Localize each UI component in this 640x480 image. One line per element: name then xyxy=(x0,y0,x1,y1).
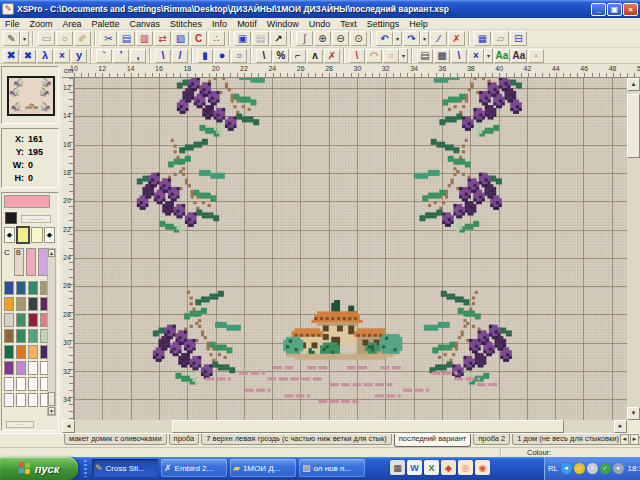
half-stitch-tool-icon[interactable]: λ xyxy=(37,49,53,63)
zoom-in-tool-icon[interactable]: ⊕ xyxy=(314,31,331,46)
menu-item-file[interactable]: File xyxy=(0,19,25,29)
scroll-up-icon[interactable]: ▲ xyxy=(627,78,640,91)
shape-dropdown[interactable]: ▾ xyxy=(399,48,408,63)
menu-item-palette[interactable]: Palette xyxy=(87,19,125,29)
motif-dropdown[interactable]: ▾ xyxy=(484,48,493,63)
menu-item-motif[interactable]: Motif xyxy=(232,19,262,29)
menu-item-canvas[interactable]: Canvas xyxy=(125,19,166,29)
load-design-tool-icon[interactable]: ⊟ xyxy=(510,31,527,46)
start-button[interactable]: пуск xyxy=(0,457,78,480)
task-cross-stitch[interactable]: ✎Cross Sti... xyxy=(92,459,158,477)
palette-swatch[interactable] xyxy=(16,377,26,391)
text-color-tool-icon[interactable]: Aa xyxy=(494,49,510,63)
motif-browse-tool-icon[interactable]: ▤ xyxy=(417,49,433,63)
palette-swatch[interactable] xyxy=(28,313,38,327)
delete-tool-icon[interactable]: ✗ xyxy=(448,31,465,46)
palette-swatch[interactable] xyxy=(16,297,26,311)
vertical-stitch-tool-icon[interactable]: ▮ xyxy=(197,49,213,63)
palette-scroll-up-icon[interactable]: ▲ xyxy=(48,249,55,257)
menu-item-area[interactable]: Area xyxy=(58,19,87,29)
sheet-tab[interactable]: 7 верхн левая гроздь (с частью ниж ветки… xyxy=(201,434,392,445)
palette-swatch[interactable] xyxy=(28,297,38,311)
menu-item-info[interactable]: Info xyxy=(207,19,232,29)
redo-button-icon[interactable]: ↷ xyxy=(403,31,420,46)
text-tool-icon[interactable]: Aa xyxy=(511,49,527,63)
backstitch-half-tool-icon[interactable]: % xyxy=(273,49,289,63)
sheet-tab[interactable]: проба 2 xyxy=(473,434,510,445)
sheet-tab[interactable]: 1 дом (не весь для стыковки) xyxy=(512,434,624,445)
motif-line-tool-icon[interactable]: \ xyxy=(451,49,467,63)
stitch-style-right-icon[interactable]: ◆ xyxy=(44,227,55,243)
menu-item-zoom[interactable]: Zoom xyxy=(25,19,58,29)
ellipse-tool-icon[interactable]: ○ xyxy=(383,49,399,63)
palette-swatch[interactable] xyxy=(16,281,26,295)
antivirus-icon[interactable]: ✓ xyxy=(600,463,611,474)
edit-pencil-tool-icon[interactable]: ✐ xyxy=(74,31,91,46)
lasso-select-tool-icon[interactable]: ○ xyxy=(56,31,73,46)
menu-item-text[interactable]: Text xyxy=(335,19,362,29)
active-color-primary[interactable] xyxy=(16,226,30,244)
export-image-tool-icon[interactable]: ▣ xyxy=(234,31,251,46)
quarter-mark-1-tool-icon[interactable]: ` xyxy=(96,49,112,63)
minimize-button[interactable]: _ xyxy=(591,3,606,16)
menu-item-stitches[interactable]: Stitches xyxy=(165,19,207,29)
language-indicator[interactable]: RL xyxy=(548,464,558,473)
palette-swatch[interactable] xyxy=(28,281,38,295)
line-tool-icon[interactable]: \ xyxy=(349,49,365,63)
select-region-tool-icon[interactable]: ▫ xyxy=(528,49,544,63)
palette-swatch[interactable] xyxy=(28,361,38,375)
petite-stitch-tool-icon[interactable]: y xyxy=(71,49,87,63)
sheet-tab-active[interactable]: последний вариант xyxy=(394,434,472,447)
volume-icon[interactable]: ● xyxy=(613,463,624,474)
sheet-tab[interactable]: проба xyxy=(169,434,200,445)
palette-swatch[interactable] xyxy=(28,377,38,391)
quarter-stitch-tool-icon[interactable]: × xyxy=(54,49,70,63)
palette-scroll-thumb[interactable] xyxy=(48,392,55,406)
menu-item-undo[interactable]: Undo xyxy=(304,19,336,29)
excel-icon[interactable]: X xyxy=(424,460,439,475)
half-back-stitch-tool-icon[interactable]: \ xyxy=(155,49,171,63)
stitch-style-left-icon[interactable]: ◆ xyxy=(4,227,15,243)
current-color-swatch[interactable] xyxy=(4,195,50,208)
new-design-tool-icon[interactable]: ▱ xyxy=(492,31,509,46)
pencil-tool-icon[interactable]: ✎ xyxy=(3,31,20,46)
flip-tool-icon[interactable]: ⇄ xyxy=(154,31,171,46)
task-document[interactable]: ▨ол нов п... xyxy=(299,459,365,477)
redo-dropdown[interactable]: ▾ xyxy=(420,31,429,46)
mirror-tool-icon[interactable]: ▧ xyxy=(172,31,189,46)
motif-cross-tool-icon[interactable]: × xyxy=(468,49,484,63)
palette-scrollbar[interactable]: ▲ ▼ xyxy=(47,248,56,416)
palette-swatch[interactable] xyxy=(4,393,14,407)
palette-swatch[interactable] xyxy=(4,313,14,327)
undo-dropdown[interactable]: ▾ xyxy=(393,31,402,46)
calculator-icon[interactable]: ▦ xyxy=(390,460,405,475)
horizontal-scroll-thumb[interactable] xyxy=(172,420,564,433)
scroll-right-icon[interactable]: ► xyxy=(614,420,627,433)
taskbar-clock[interactable]: 18:38 xyxy=(628,464,640,473)
palette-swatch[interactable] xyxy=(16,361,26,375)
vertical-scroll-thumb[interactable] xyxy=(627,94,640,158)
backstitch-tool-icon[interactable]: \ xyxy=(256,49,272,63)
palette-swatch[interactable] xyxy=(16,393,26,407)
horizontal-scrollbar[interactable]: ◄ ► xyxy=(62,420,627,433)
cut-tool-icon[interactable]: ✂ xyxy=(100,31,117,46)
sheet-tab[interactable]: макет домик с оливочками xyxy=(64,434,167,445)
tab-scroll-right-icon[interactable]: ► xyxy=(630,434,639,445)
maximize-button[interactable]: ▣ xyxy=(607,3,622,16)
active-color-secondary[interactable] xyxy=(31,227,43,243)
close-button[interactable]: × xyxy=(623,3,638,16)
backstitch-free-tool-icon[interactable]: ʌ xyxy=(307,49,323,63)
three-quarter-stitch-tool-icon[interactable]: ✖ xyxy=(20,49,36,63)
menu-item-window[interactable]: Window xyxy=(262,19,304,29)
black-color-swatch[interactable] xyxy=(5,212,17,224)
zoom-out-tool-icon[interactable]: ⊖ xyxy=(332,31,349,46)
quarter-mark-3-tool-icon[interactable]: , xyxy=(130,49,146,63)
print-tool-icon[interactable]: ▤ xyxy=(252,31,269,46)
design-canvas[interactable] xyxy=(74,78,627,420)
copy-design-tool-icon[interactable]: ▦ xyxy=(474,31,491,46)
stitch-style-box[interactable]: ------- xyxy=(21,215,51,223)
palette-swatch[interactable] xyxy=(28,345,38,359)
rotate-tool-icon[interactable]: C xyxy=(190,31,207,46)
messenger-icon[interactable]: ◄ xyxy=(561,463,572,474)
tab-scroll-left-icon[interactable]: ◄ xyxy=(620,434,629,445)
